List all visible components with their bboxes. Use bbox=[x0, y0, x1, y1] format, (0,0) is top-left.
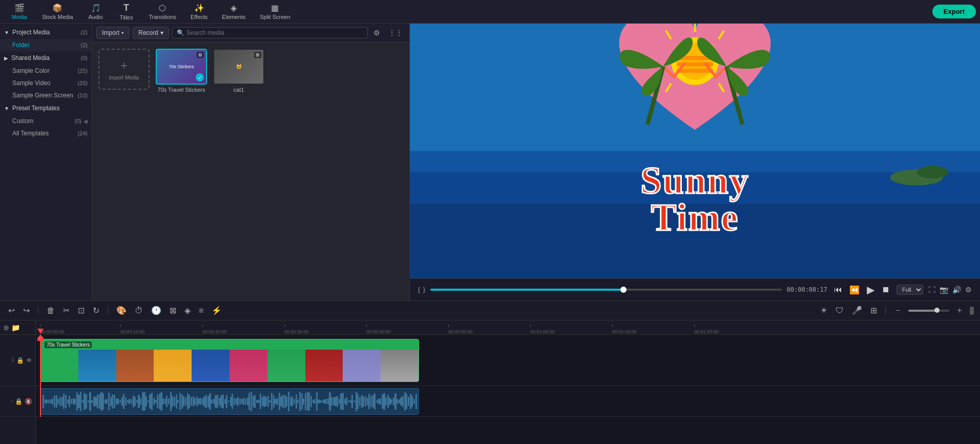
tl-rotate-icon[interactable]: ↻ bbox=[91, 305, 101, 316]
tl-zoom-track[interactable] bbox=[908, 310, 949, 312]
media-thumb-travel-stickers[interactable]: 70s Stickers ⊞ ✓ 70s Travel Stickers bbox=[156, 49, 207, 93]
clip-frame-4 bbox=[154, 350, 192, 382]
settings-preview-icon[interactable]: ⚙ bbox=[965, 286, 972, 294]
nav-audio[interactable]: 🎵 Audio bbox=[80, 1, 111, 22]
waveform-bar bbox=[114, 395, 115, 408]
tl-stabilize-icon[interactable]: 🕐 bbox=[149, 305, 163, 316]
filter-icon[interactable]: ⚙ bbox=[371, 27, 383, 38]
tl-separator-3 bbox=[885, 307, 886, 315]
screenshot-icon[interactable]: 📷 bbox=[940, 286, 948, 294]
tl-zoom-out-icon[interactable]: － bbox=[892, 304, 904, 317]
volume-icon[interactable]: 🔊 bbox=[952, 286, 961, 294]
thumb-label-travel-stickers: 70s Travel Stickers bbox=[158, 87, 205, 93]
tl-sidebar: ⊕ 📁 1 🔒 👁 ♪ 🔒 🔇 bbox=[0, 320, 36, 444]
main-area: ▼ Project Media (2) Folder (2) ▶ Shared … bbox=[0, 24, 980, 300]
nav-media[interactable]: 🎬 Media bbox=[4, 1, 35, 22]
tl-audio-mute-icon[interactable]: 🔇 bbox=[25, 398, 32, 405]
tl-zoom-thumb bbox=[934, 308, 940, 313]
tl-main[interactable]: 00:00:00:0000:00:10:0000:00:20:0000:00:3… bbox=[36, 320, 980, 444]
tl-track-icons-audio: ♪ 🔒 🔇 bbox=[10, 398, 32, 405]
sidebar-section-header-preset-templates[interactable]: ▼ Preset Templates bbox=[0, 102, 92, 115]
waveform-bar bbox=[43, 395, 44, 408]
waveform-bar bbox=[74, 398, 76, 405]
progress-track[interactable] bbox=[430, 289, 781, 291]
stop-button[interactable]: ⏹ bbox=[880, 284, 891, 296]
import-media-placeholder[interactable]: + Import Media bbox=[98, 49, 150, 90]
tl-add-track-icon[interactable]: ⊕ bbox=[3, 324, 9, 332]
tl-clip-audio[interactable] bbox=[40, 388, 419, 415]
search-bar[interactable]: 🔍 bbox=[172, 27, 368, 38]
tl-diamond-icon[interactable]: ◈ bbox=[182, 305, 193, 316]
tl-cut-icon[interactable]: ✂ bbox=[61, 305, 72, 316]
tl-redo-icon[interactable]: ↪ bbox=[21, 305, 32, 316]
nav-effects[interactable]: ✨ Effects bbox=[183, 1, 215, 22]
waveform-bar bbox=[291, 396, 293, 407]
tl-brightness-icon[interactable]: ☀ bbox=[818, 305, 829, 316]
quality-select[interactable]: Full 1/2 1/4 bbox=[896, 285, 923, 295]
tl-align-icon[interactable]: ≡ bbox=[197, 305, 205, 316]
play-button[interactable]: ▶ bbox=[865, 282, 876, 297]
record-button[interactable]: Record ▾ bbox=[133, 27, 169, 39]
tl-delete-icon[interactable]: 🗑 bbox=[45, 305, 57, 316]
tl-audio-lock-icon[interactable]: 🔒 bbox=[15, 398, 23, 405]
nav-elements[interactable]: ◈ Elements bbox=[215, 1, 253, 22]
sidebar-item-all-templates[interactable]: All Templates (24) bbox=[0, 127, 92, 139]
tl-zoom-fill bbox=[908, 310, 937, 312]
nav-titles[interactable]: T Titles bbox=[111, 1, 142, 23]
tl-undo-icon[interactable]: ↩ bbox=[6, 305, 17, 316]
waveform-bar bbox=[97, 394, 98, 409]
svg-rect-15 bbox=[676, 69, 713, 73]
waveform-bar bbox=[331, 397, 332, 406]
clip-frame-1 bbox=[40, 350, 78, 382]
import-button[interactable]: Import ▾ bbox=[96, 27, 130, 39]
prev-frame-button[interactable]: ⏪ bbox=[848, 284, 861, 296]
nav-transitions[interactable]: ⬡ Transitions bbox=[142, 1, 183, 22]
export-button[interactable]: Export bbox=[932, 5, 976, 18]
tl-crop-icon[interactable]: ⊡ bbox=[76, 305, 87, 316]
waveform-bar bbox=[48, 399, 50, 403]
tl-tick: 00:00:30:00 bbox=[284, 329, 309, 334]
sidebar-item-sample-color[interactable]: Sample Color (25) bbox=[0, 65, 92, 77]
sidebar-item-sample-green[interactable]: Sample Green Screen (10) bbox=[0, 89, 92, 102]
tl-color-icon[interactable]: 🎨 bbox=[114, 305, 129, 316]
expand-arrow-project-media: ▼ bbox=[4, 30, 9, 35]
waveform-bar bbox=[385, 397, 387, 406]
tl-speed-icon[interactable]: ⏱ bbox=[133, 305, 145, 316]
tl-crop2-icon[interactable]: ⊠ bbox=[168, 305, 178, 316]
sidebar-item-custom[interactable]: Custom (0) ◀ bbox=[0, 115, 92, 127]
fullscreen-icon[interactable]: ⛶ bbox=[928, 286, 935, 294]
playback-bar: { } 00:00:08:17 ⏮ ⏪ ▶ ⏹ Full 1/2 1/4 ⛶ � bbox=[410, 278, 980, 300]
import-placeholder-label: Import Media bbox=[109, 75, 139, 80]
rewind-button[interactable]: ⏮ bbox=[832, 284, 844, 296]
tl-tick: 00:00:50:00 bbox=[448, 329, 473, 334]
waveform-bar bbox=[277, 398, 278, 406]
preview-canvas: Sunny Time bbox=[410, 24, 980, 278]
sidebar-item-sample-video[interactable]: Sample Video (20) bbox=[0, 77, 92, 89]
svg-text:Sunny: Sunny bbox=[640, 159, 749, 201]
sidebar-section-header-project-media[interactable]: ▼ Project Media (2) bbox=[0, 26, 92, 39]
waveform-bar bbox=[102, 393, 104, 410]
tl-zoom-in-icon[interactable]: ＋ bbox=[953, 304, 966, 317]
sidebar-section-header-shared-media[interactable]: ▶ Shared Media (0) bbox=[0, 51, 92, 65]
view-options-icon[interactable]: ⋮⋮ bbox=[386, 27, 405, 38]
nav-split-screen[interactable]: ▦ Split Screen bbox=[253, 1, 297, 22]
bracket-close[interactable]: } bbox=[423, 286, 425, 293]
media-thumb-cat1[interactable]: 🐱 ⊞ cat1 bbox=[213, 49, 264, 93]
tl-track-audio bbox=[36, 386, 980, 417]
sidebar-item-folder[interactable]: Folder (2) bbox=[0, 39, 92, 51]
tl-shield-icon[interactable]: 🛡 bbox=[833, 305, 846, 316]
tl-lock-icon[interactable]: 🔒 bbox=[16, 357, 24, 364]
waveform-bar bbox=[308, 392, 310, 411]
search-input[interactable] bbox=[186, 29, 363, 36]
waveform-bar bbox=[353, 400, 355, 403]
tl-mic-icon[interactable]: 🎤 bbox=[850, 305, 864, 316]
bracket-open[interactable]: { bbox=[418, 286, 420, 293]
tl-eye-icon[interactable]: 👁 bbox=[26, 357, 32, 364]
tl-folder-icon[interactable]: 📁 bbox=[11, 324, 20, 332]
tl-split-icon[interactable]: ⚡ bbox=[210, 305, 224, 316]
waveform-bar bbox=[177, 400, 179, 403]
tl-clip-video[interactable]: 70s Travel Stickers bbox=[40, 339, 419, 382]
nav-stock-media[interactable]: 📦 Stock Media bbox=[35, 1, 80, 22]
tl-filter-icon[interactable]: ⊞ bbox=[868, 305, 879, 316]
waveform-bar bbox=[194, 398, 196, 405]
